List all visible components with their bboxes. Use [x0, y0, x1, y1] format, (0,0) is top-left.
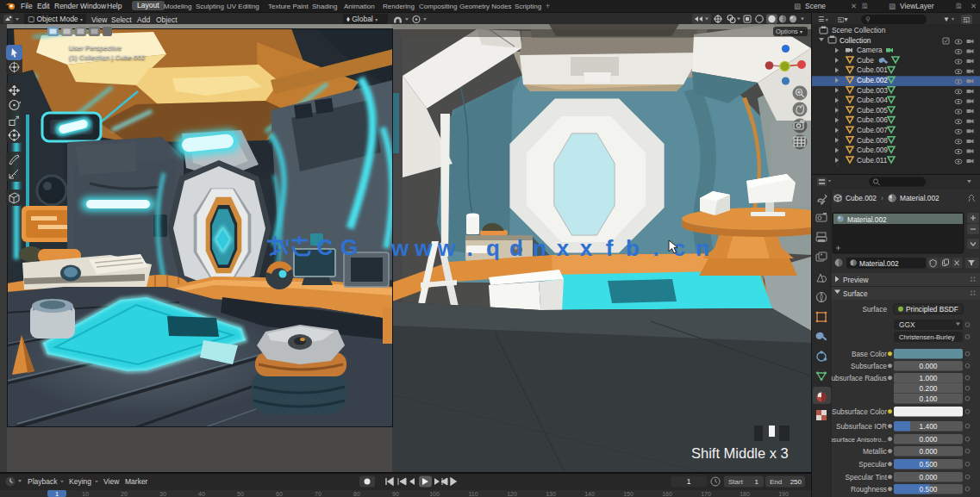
svg-text:180: 180 — [740, 491, 750, 497]
svg-text:Specular: Specular — [858, 460, 887, 469]
svg-text:40: 40 — [198, 491, 205, 497]
svg-text:0.000: 0.000 — [920, 447, 938, 456]
svg-text:View: View — [103, 477, 120, 486]
svg-text:Marker: Marker — [125, 477, 148, 486]
svg-text:Cube.003: Cube.003 — [857, 86, 888, 95]
svg-text:Subsurface: Subsurface — [851, 362, 887, 370]
svg-text:10: 10 — [82, 491, 89, 497]
svg-text:Collection: Collection — [840, 36, 871, 45]
svg-text:Subsurface Color: Subsurface Color — [832, 407, 887, 416]
svg-text:120: 120 — [507, 491, 517, 497]
svg-text:130: 130 — [546, 491, 556, 497]
svg-text:Cube.006: Cube.006 — [857, 115, 888, 124]
svg-text:Scene Collection: Scene Collection — [832, 26, 886, 34]
svg-text:80: 80 — [353, 491, 360, 497]
svg-text:170: 170 — [701, 491, 711, 497]
svg-text:Base Color: Base Color — [852, 350, 887, 358]
svg-text:Cube.002: Cube.002 — [857, 76, 888, 84]
svg-text:1.000: 1.000 — [920, 374, 938, 382]
svg-text:100: 100 — [429, 491, 440, 497]
svg-text:Preview: Preview — [843, 276, 870, 284]
svg-text:GGX: GGX — [899, 320, 915, 329]
svg-text:1.400: 1.400 — [920, 422, 938, 431]
svg-text:1: 1 — [687, 477, 691, 486]
svg-text:Cube.002: Cube.002 — [846, 194, 877, 202]
svg-text:Christensen-Burley: Christensen-Burley — [899, 333, 955, 341]
svg-text:Cube.007: Cube.007 — [857, 126, 888, 134]
svg-text:70: 70 — [315, 491, 321, 497]
svg-text:Surface: Surface — [862, 305, 887, 314]
svg-text:Subsurface Radius: Subsurface Radius — [827, 374, 887, 382]
svg-text:Material.002: Material.002 — [900, 194, 939, 202]
svg-text:20: 20 — [121, 491, 128, 497]
svg-text:Roughness: Roughness — [851, 485, 887, 494]
svg-text:250: 250 — [790, 478, 802, 486]
svg-text:0.000: 0.000 — [920, 362, 938, 370]
svg-text:Subsurface IOR: Subsurface IOR — [836, 422, 887, 431]
svg-text:150: 150 — [623, 491, 634, 497]
svg-text:Surface: Surface — [843, 289, 868, 298]
svg-text:Playback: Playback — [28, 477, 58, 486]
svg-text:Metallic: Metallic — [863, 447, 887, 456]
svg-text:Principled BSDF: Principled BSDF — [906, 305, 958, 314]
svg-text:End: End — [770, 478, 782, 486]
svg-text:Cube: Cube — [857, 56, 874, 65]
svg-text:Material.002: Material.002 — [859, 259, 899, 268]
svg-text:0.500: 0.500 — [920, 485, 938, 494]
svg-text:50: 50 — [237, 491, 244, 497]
svg-text:›: › — [881, 194, 883, 202]
svg-text:0.000: 0.000 — [920, 473, 938, 481]
svg-text:140: 140 — [584, 491, 595, 497]
svg-text:Cube.004: Cube.004 — [857, 96, 888, 104]
svg-text:Cube.001: Cube.001 — [857, 65, 888, 74]
svg-text:Start: Start — [728, 478, 744, 486]
svg-text:0.200: 0.200 — [920, 384, 938, 393]
svg-text:0.500: 0.500 — [920, 460, 938, 469]
svg-text:Cube.005: Cube.005 — [857, 106, 888, 115]
svg-text:60: 60 — [276, 491, 283, 497]
svg-text:Material.002: Material.002 — [847, 215, 887, 224]
svg-text:30: 30 — [159, 491, 166, 497]
svg-text:1: 1 — [755, 478, 759, 486]
svg-text:0.000: 0.000 — [920, 435, 938, 444]
svg-text:Keying: Keying — [69, 477, 91, 486]
svg-text:0.100: 0.100 — [920, 394, 938, 403]
svg-text:Camera: Camera — [857, 46, 883, 54]
svg-text:Specular Tint: Specular Tint — [846, 473, 888, 481]
svg-text:190: 190 — [778, 491, 789, 497]
svg-text:90: 90 — [392, 491, 399, 497]
svg-text:Cube.008: Cube.008 — [857, 136, 888, 145]
svg-text:Cube.009: Cube.009 — [857, 146, 888, 154]
svg-text:Cube.011: Cube.011 — [857, 156, 888, 165]
svg-text:160: 160 — [662, 491, 672, 497]
svg-text:1: 1 — [55, 490, 59, 497]
svg-text:110: 110 — [468, 491, 478, 497]
